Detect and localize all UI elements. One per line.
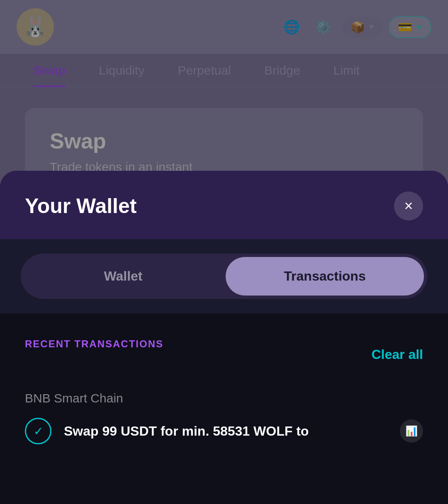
checkmark-icon: ✓ — [34, 424, 43, 438]
modal-body: RECENT TRANSACTIONS Clear all BNB Smart … — [0, 313, 448, 504]
table-row: ✓ Swap 99 USDT for min. 58531 WOLF to 📊 — [25, 418, 423, 444]
clear-all-button[interactable]: Clear all — [371, 347, 423, 362]
tab-switch-container: Wallet Transactions — [21, 254, 427, 299]
transaction-success-icon: ✓ — [25, 418, 51, 444]
modal-header: Your Wallet × — [0, 171, 448, 239]
chain-label: BNB Smart Chain — [25, 391, 423, 405]
wallet-modal: Your Wallet × Wallet Transactions RECENT… — [0, 171, 448, 504]
modal-overlay: Your Wallet × Wallet Transactions RECENT… — [0, 0, 448, 504]
chart-icon: 📊 — [405, 425, 418, 437]
close-button[interactable]: × — [394, 191, 423, 220]
section-header: RECENT TRANSACTIONS Clear all — [25, 338, 423, 371]
transaction-action-icon[interactable]: 📊 — [400, 419, 423, 443]
tab-wallet[interactable]: Wallet — [24, 257, 222, 296]
modal-title: Your Wallet — [25, 194, 136, 218]
transaction-description: Swap 99 USDT for min. 58531 WOLF to — [64, 422, 387, 441]
section-label: RECENT TRANSACTIONS — [25, 338, 163, 350]
tab-switcher: Wallet Transactions — [0, 239, 448, 313]
close-icon: × — [404, 197, 413, 215]
tab-transactions[interactable]: Transactions — [226, 257, 424, 296]
